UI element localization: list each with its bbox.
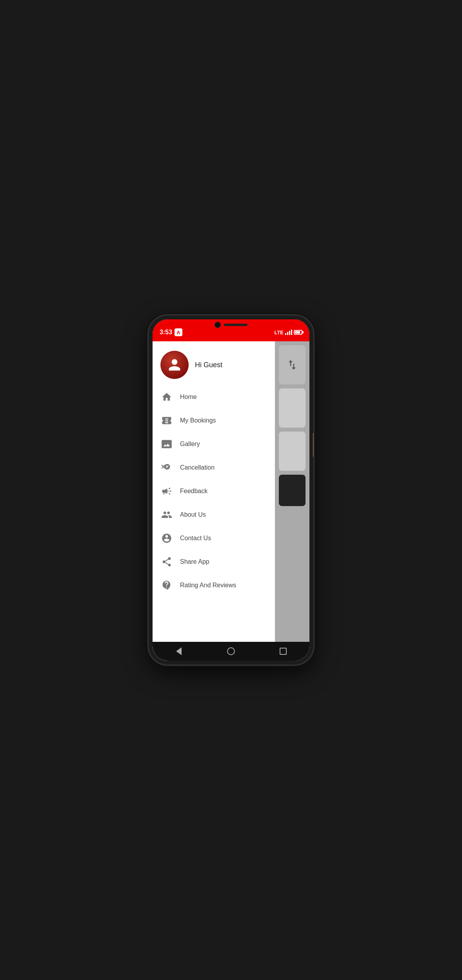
avatar [160,351,189,379]
sidebar-item-gallery[interactable]: Gallery [153,432,275,456]
menu-list: Home My Bookings Gallery [153,385,275,640]
bg-card-dark [279,475,306,506]
share-icon [160,556,173,568]
megaphone-icon [160,485,173,497]
camera-lens [215,322,221,328]
main-content: Hi Guest Home [153,341,309,661]
drawer-header: Hi Guest [153,341,275,385]
about-us-label: About Us [180,511,206,518]
sidebar-item-rating-reviews[interactable]: Rating And Reviews [153,574,275,597]
battery-icon [294,330,302,335]
sidebar-item-my-bookings[interactable]: My Bookings [153,409,275,432]
time-display: 3:53 [160,329,172,336]
contact-icon [160,532,173,545]
signal-bars [285,330,292,335]
overlay-right[interactable] [275,341,309,661]
back-button[interactable] [174,647,184,656]
home-button[interactable] [226,647,236,656]
bg-card-1 [279,388,306,428]
sidebar-item-home[interactable]: Home [153,385,275,409]
sidebar-item-share-app[interactable]: Share App [153,550,275,574]
feedback-label: Feedback [180,488,207,495]
cancellation-icon [160,461,173,474]
phone-nav-bar [153,642,309,661]
sidebar-item-contact-us[interactable]: Contact Us [153,526,275,550]
navigation-drawer: Hi Guest Home [153,341,275,661]
phone-screen: 3:53 A LTE [153,319,309,661]
network-type: LTE [274,330,284,335]
bg-content [275,341,309,661]
sidebar-item-about-us[interactable]: About Us [153,503,275,526]
rating-reviews-label: Rating And Reviews [180,582,236,589]
cancellation-label: Cancellation [180,464,215,471]
rating-icon [160,579,173,592]
gallery-icon [160,438,173,450]
bg-sort-card [279,345,306,384]
recents-button[interactable] [278,647,288,656]
status-bar: 3:53 A LTE [153,319,309,341]
phone-frame: 3:53 A LTE [149,315,313,665]
greeting-text: Hi Guest [195,361,222,369]
about-icon [160,508,173,521]
a-icon: A [175,328,182,336]
bg-card-2 [279,432,306,471]
share-app-label: Share App [180,558,209,565]
sidebar-item-cancellation[interactable]: Cancellation [153,456,275,479]
sidebar-item-feedback[interactable]: Feedback [153,479,275,503]
home-icon [160,391,173,403]
speaker-bar [224,324,247,326]
my-bookings-label: My Bookings [180,417,216,424]
gallery-label: Gallery [180,441,200,448]
contact-us-label: Contact Us [180,535,211,542]
ticket-icon [160,414,173,427]
home-label: Home [180,393,197,401]
